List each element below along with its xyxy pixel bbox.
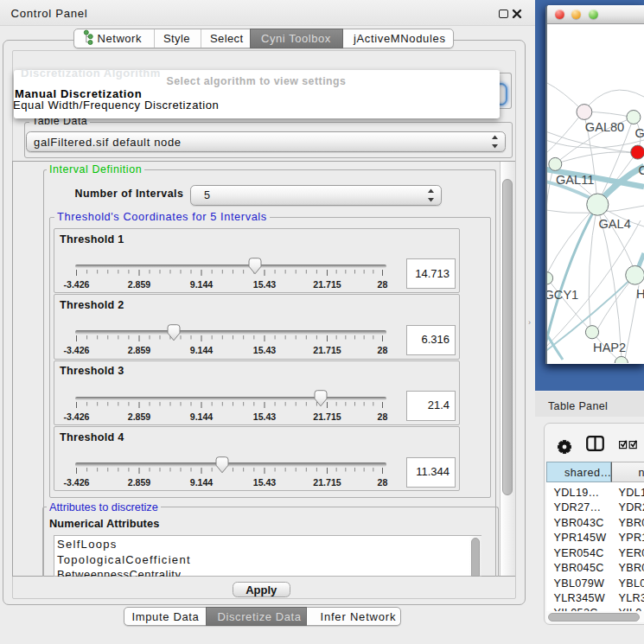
svg-text:HAP2: HAP2	[593, 341, 626, 354]
svg-text:GAL4: GAL4	[598, 217, 630, 231]
svg-text:GAL80: GAL80	[584, 120, 623, 134]
svg-text:GA: GA	[634, 126, 644, 140]
svg-text:GCY1: GCY1	[547, 288, 578, 302]
svg-text:CD: CD	[638, 163, 644, 177]
svg-text:HI: HI	[636, 287, 644, 301]
svg-text:GAL11: GAL11	[556, 173, 594, 187]
